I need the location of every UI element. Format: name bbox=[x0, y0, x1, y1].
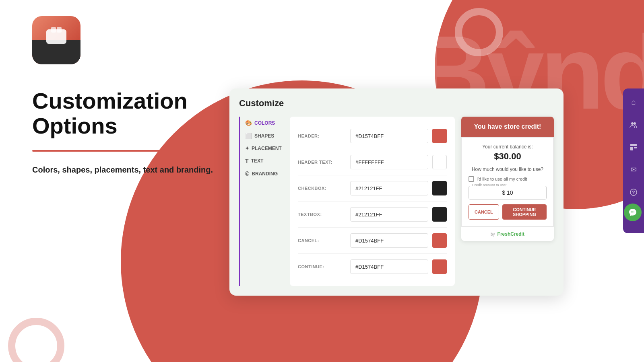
sidebar-item-colors-label: COLORS bbox=[254, 120, 275, 126]
color-input-wrap-cancel bbox=[350, 233, 447, 248]
freshcredit-logo: FreshCredit bbox=[497, 231, 524, 237]
sidebar-item-placement[interactable]: ✦ PLACEMENT bbox=[244, 142, 283, 154]
sidebar-item-branding-label: BRANDING bbox=[252, 171, 278, 177]
card-question: How much would you like to use? bbox=[469, 167, 547, 172]
color-input-wrap-textbox bbox=[350, 207, 447, 222]
credit-field-value: $ 10 bbox=[472, 187, 543, 198]
color-row-cancel: CANCEL: bbox=[298, 228, 447, 254]
sidebar-icon-home[interactable]: ⌂ bbox=[626, 95, 641, 109]
svg-rect-1 bbox=[51, 27, 56, 33]
cancel-button[interactable]: CANCEL bbox=[469, 204, 499, 220]
panel-body: 🎨 COLORS ⬜ SHAPES ✦ PLACEMENT T TEXT © B… bbox=[239, 117, 554, 286]
text-icon: T bbox=[245, 158, 249, 164]
color-input-continue[interactable] bbox=[350, 259, 428, 274]
color-label-continue: CONTINUE: bbox=[298, 264, 350, 269]
continue-shopping-button[interactable]: CONTINUE SHOPPING bbox=[502, 204, 547, 220]
sidebar-item-shapes[interactable]: ⬜ SHAPES bbox=[244, 130, 283, 142]
color-row-textbox: TEXTBOX: bbox=[298, 202, 447, 228]
credit-amount-wrap: Credit amount to use: $ 10 bbox=[469, 186, 547, 200]
sidebar-item-text-label: TEXT bbox=[251, 158, 264, 164]
color-input-wrap-checkbox bbox=[350, 181, 447, 195]
color-swatch-header_text[interactable] bbox=[432, 155, 447, 169]
sidebar-item-colors[interactable]: 🎨 COLORS bbox=[244, 117, 283, 130]
main-title: Customization Options bbox=[32, 88, 213, 138]
branding-icon: © bbox=[245, 171, 249, 177]
sidebar-icon-template[interactable] bbox=[626, 140, 641, 154]
placement-icon: ✦ bbox=[245, 146, 249, 151]
subtitle-text: Colors, shapes, placements, text and bra… bbox=[32, 164, 213, 176]
color-input-textbox[interactable] bbox=[350, 207, 428, 222]
color-input-header[interactable] bbox=[350, 129, 428, 143]
deco-ring-top-right bbox=[455, 8, 503, 56]
deco-ring-bottom-left bbox=[8, 318, 64, 362]
checkbox-row: I'd like to use all my credit bbox=[469, 176, 547, 182]
color-row-header_text: HEADER TEXT: bbox=[298, 149, 447, 175]
color-swatch-continue[interactable] bbox=[432, 259, 447, 274]
svg-rect-7 bbox=[634, 147, 637, 148]
card-balance-label: Your current balance is: bbox=[469, 144, 547, 150]
shapes-icon: ⬜ bbox=[245, 133, 252, 139]
color-input-wrap-continue bbox=[350, 259, 447, 274]
color-input-wrap-header bbox=[350, 129, 447, 143]
color-input-cancel[interactable] bbox=[350, 233, 428, 248]
color-swatch-header[interactable] bbox=[432, 129, 447, 143]
colors-icon: 🎨 bbox=[245, 120, 252, 126]
sidebar-icon-help[interactable]: ? bbox=[626, 185, 641, 200]
color-swatch-cancel[interactable] bbox=[432, 233, 447, 248]
svg-point-10 bbox=[631, 212, 632, 212]
sidebar-item-branding[interactable]: © BRANDING bbox=[244, 167, 283, 180]
customize-panel: Customize 🎨 COLORS ⬜ SHAPES ✦ PLACEMENT … bbox=[229, 88, 564, 296]
preview-widget: You have store credit! Your current bala… bbox=[461, 117, 554, 286]
color-input-checkbox[interactable] bbox=[350, 181, 428, 195]
color-label-checkbox: CHECKBOX: bbox=[298, 186, 350, 191]
use-all-credit-checkbox[interactable] bbox=[469, 176, 474, 182]
color-label-header_text: HEADER TEXT: bbox=[298, 160, 350, 165]
color-swatch-textbox[interactable] bbox=[432, 207, 447, 222]
svg-rect-0 bbox=[46, 29, 66, 44]
color-label-textbox: TEXTBOX: bbox=[298, 212, 350, 217]
color-label-header: HEADER: bbox=[298, 134, 350, 138]
card-header-text: You have store credit! bbox=[468, 123, 547, 130]
card-balance: $30.00 bbox=[469, 151, 547, 162]
svg-point-12 bbox=[634, 212, 634, 212]
color-row-checkbox: CHECKBOX: bbox=[298, 175, 447, 202]
store-credit-card: You have store credit! Your current bala… bbox=[461, 117, 554, 241]
app-logo-icon bbox=[32, 16, 80, 64]
card-buttons: CANCEL CONTINUE SHOPPING bbox=[469, 204, 547, 220]
color-input-wrap-header_text bbox=[350, 155, 447, 169]
sidebar-icon-mail[interactable]: ✉ bbox=[626, 162, 641, 177]
svg-rect-2 bbox=[57, 27, 62, 33]
sidebar-item-placement-label: PLACEMENT bbox=[252, 146, 282, 151]
color-rows-container: HEADER:HEADER TEXT:CHECKBOX:TEXTBOX:CANC… bbox=[298, 123, 447, 280]
logo-box bbox=[32, 16, 80, 64]
svg-point-3 bbox=[631, 122, 634, 125]
credit-amount-field[interactable]: Credit amount to use: $ 10 bbox=[469, 186, 547, 200]
svg-point-4 bbox=[634, 122, 636, 125]
card-powered: by FreshCredit bbox=[461, 227, 554, 241]
svg-text:?: ? bbox=[632, 190, 635, 195]
sidebar-icon-users[interactable] bbox=[626, 117, 641, 132]
right-sidebar: ⌂ ✉ ? bbox=[623, 88, 644, 233]
svg-rect-6 bbox=[630, 147, 633, 150]
color-settings-panel: HEADER:HEADER TEXT:CHECKBOX:TEXTBOX:CANC… bbox=[290, 117, 455, 286]
chat-bubble-button[interactable] bbox=[624, 204, 642, 221]
card-body: Your current balance is: $30.00 How much… bbox=[461, 137, 554, 227]
powered-by-label: by bbox=[491, 232, 495, 237]
color-row-continue: CONTINUE: bbox=[298, 254, 447, 280]
color-row-header: HEADER: bbox=[298, 123, 447, 149]
sidebar-nav: 🎨 COLORS ⬜ SHAPES ✦ PLACEMENT T TEXT © B… bbox=[239, 117, 283, 286]
card-header: You have store credit! bbox=[461, 117, 554, 137]
color-swatch-checkbox[interactable] bbox=[432, 181, 447, 195]
panel-title: Customize bbox=[239, 98, 554, 109]
sidebar-item-shapes-label: SHAPES bbox=[254, 133, 274, 139]
left-content: Customization Options Colors, shapes, pl… bbox=[32, 88, 213, 176]
color-input-header_text[interactable] bbox=[350, 155, 428, 169]
color-label-cancel: CANCEL: bbox=[298, 238, 350, 243]
checkbox-label: I'd like to use all my credit bbox=[477, 177, 527, 181]
credit-field-label: Credit amount to use: bbox=[471, 183, 508, 187]
divider-line bbox=[32, 150, 193, 152]
sidebar-item-text[interactable]: T TEXT bbox=[244, 154, 283, 167]
svg-point-11 bbox=[632, 212, 633, 212]
svg-rect-5 bbox=[630, 144, 637, 146]
